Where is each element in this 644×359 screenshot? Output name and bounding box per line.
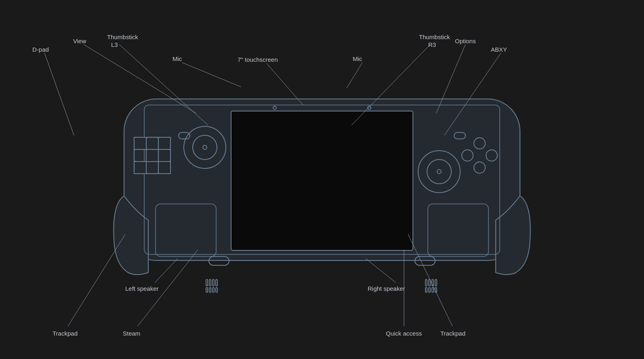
svg-rect-19 — [213, 279, 214, 286]
svg-line-45 — [44, 53, 74, 135]
svg-rect-21 — [206, 288, 208, 292]
svg-rect-37 — [432, 279, 434, 286]
label-trackpad-left: Trackpad — [53, 330, 78, 337]
label-abxy: ABXY — [491, 46, 507, 53]
svg-rect-23 — [213, 288, 214, 292]
svg-rect-20 — [216, 279, 217, 286]
svg-rect-22 — [209, 288, 211, 292]
svg-rect-7 — [134, 162, 146, 174]
label-trackpad-right: Trackpad — [440, 330, 465, 337]
svg-rect-8 — [158, 162, 170, 174]
label-dpad: D-pad — [32, 46, 49, 53]
diagram-container: .deck { fill: none; stroke: #6a7f94; str… — [0, 0, 644, 359]
svg-rect-6 — [158, 137, 170, 149]
svg-rect-42 — [435, 288, 437, 292]
label-options: Options — [455, 38, 476, 44]
svg-rect-5 — [134, 137, 146, 149]
svg-rect-39 — [425, 288, 427, 292]
svg-rect-2 — [231, 111, 413, 250]
label-thumbstick-r3-line2: R3 — [428, 41, 436, 48]
svg-rect-18 — [209, 279, 211, 286]
label-thumbstick-r3-line1: Thumbstick — [419, 34, 450, 40]
deck-illustration: .deck { fill: none; stroke: #6a7f94; str… — [100, 59, 544, 301]
svg-rect-40 — [429, 288, 430, 292]
label-thumbstick-l3-line2: L3 — [111, 41, 118, 48]
label-view: View — [73, 38, 86, 44]
label-thumbstick-l3-line1: Thumbstick — [107, 34, 138, 40]
svg-rect-24 — [216, 288, 217, 292]
svg-rect-38 — [435, 279, 437, 286]
label-quick-access: Quick access — [386, 330, 422, 337]
svg-rect-35 — [425, 279, 427, 286]
svg-rect-41 — [432, 288, 434, 292]
label-steam: Steam — [123, 330, 140, 337]
svg-rect-17 — [206, 279, 208, 286]
svg-rect-36 — [429, 279, 430, 286]
